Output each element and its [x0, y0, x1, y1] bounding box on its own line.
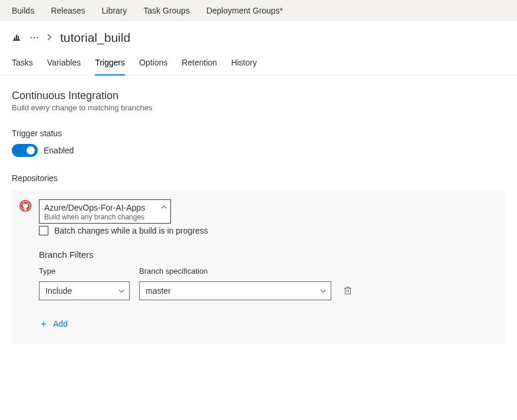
- chevron-down-icon: [118, 287, 124, 294]
- nav-library[interactable]: Library: [102, 6, 127, 15]
- ci-title: Continuous Integration: [12, 90, 505, 102]
- toggle-knob: [27, 146, 35, 155]
- build-icon: [12, 33, 21, 42]
- add-filter-button[interactable]: ＋ Add: [39, 319, 498, 329]
- subtabs: Tasks Variables Triggers Options Retenti…: [0, 52, 517, 76]
- nav-releases[interactable]: Releases: [51, 6, 85, 15]
- repo-panel: Azure/DevOps-For-AI-Apps Build when any …: [12, 190, 505, 344]
- svg-rect-3: [18, 36, 19, 40]
- plus-icon: ＋: [39, 319, 48, 329]
- chevron-right-icon: [47, 33, 52, 42]
- batch-checkbox[interactable]: [39, 226, 48, 235]
- top-nav: Builds Releases Library Task Groups Depl…: [0, 0, 517, 21]
- delete-filter-button[interactable]: [341, 281, 355, 300]
- type-dropdown[interactable]: Include: [39, 281, 130, 300]
- branch-label: Branch specification: [139, 267, 331, 275]
- repo-select[interactable]: Azure/DevOps-For-AI-Apps Build when any …: [39, 199, 171, 224]
- branch-value: master: [146, 286, 171, 296]
- branch-filters-title: Branch Filters: [39, 250, 498, 260]
- batch-label: Batch changes while a build is in progre…: [54, 226, 208, 235]
- github-icon: [19, 199, 32, 212]
- tab-triggers[interactable]: Triggers: [95, 52, 125, 76]
- repo-subtitle: Build when any branch changes: [44, 213, 157, 221]
- tab-history[interactable]: History: [231, 52, 257, 76]
- breadcrumb-more-icon[interactable]: ⋯: [29, 33, 39, 42]
- svg-rect-1: [16, 35, 17, 40]
- branch-dropdown[interactable]: master: [139, 281, 331, 300]
- tab-options[interactable]: Options: [139, 52, 167, 76]
- type-value: Include: [45, 286, 72, 296]
- tab-tasks[interactable]: Tasks: [12, 52, 33, 76]
- tab-retention[interactable]: Retention: [182, 52, 217, 76]
- repo-name: Azure/DevOps-For-AI-Apps: [44, 202, 157, 213]
- page-title: tutorial_build: [60, 31, 130, 45]
- nav-task-groups[interactable]: Task Groups: [143, 6, 190, 15]
- svg-rect-2: [14, 37, 15, 40]
- breadcrumb: ⋯ tutorial_build: [0, 21, 517, 52]
- nav-deployment-groups[interactable]: Deployment Groups*: [206, 6, 283, 15]
- chevron-down-icon: [320, 287, 326, 294]
- svg-rect-5: [345, 288, 351, 294]
- tab-variables[interactable]: Variables: [47, 52, 81, 76]
- add-label: Add: [53, 319, 68, 329]
- trigger-state-label: Enabled: [44, 146, 74, 155]
- nav-builds[interactable]: Builds: [12, 6, 34, 15]
- main-content: Continuous Integration Build every chang…: [0, 76, 517, 358]
- svg-rect-0: [13, 40, 20, 41]
- chevron-up-icon: [161, 204, 167, 210]
- trigger-toggle[interactable]: [12, 144, 38, 157]
- type-label: Type: [39, 267, 130, 275]
- ci-subtitle: Build every change to matching branches: [12, 103, 505, 112]
- repositories-label: Repositories: [12, 173, 505, 183]
- trigger-status-label: Trigger status: [12, 129, 505, 138]
